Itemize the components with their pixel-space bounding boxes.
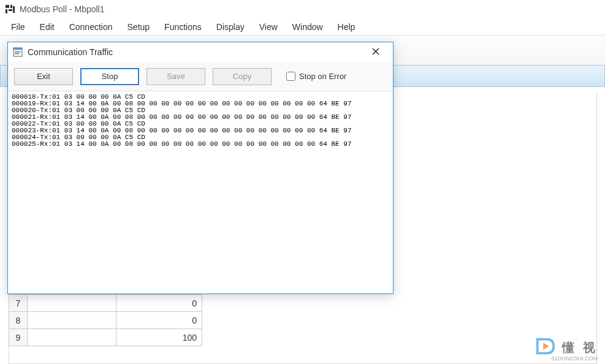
watermark: 懂 视 51DONGSHI.COM bbox=[534, 335, 598, 360]
row-index: 8 bbox=[9, 312, 28, 329]
table-row[interactable]: 7 0 bbox=[9, 295, 202, 312]
app-icon bbox=[5, 4, 16, 15]
menu-view[interactable]: View bbox=[252, 20, 285, 34]
cell-register bbox=[28, 312, 116, 329]
cell-value: 0 bbox=[116, 312, 202, 329]
menu-setup[interactable]: Setup bbox=[120, 20, 158, 34]
menu-functions[interactable]: Functions bbox=[157, 20, 209, 34]
app-title: Modbus Poll - Mbpoll1 bbox=[20, 4, 105, 14]
cell-register bbox=[28, 329, 116, 346]
dialog-titlebar[interactable]: Communication Traffic bbox=[8, 42, 393, 62]
menu-file[interactable]: File bbox=[4, 20, 32, 34]
app-titlebar: Modbus Poll - Mbpoll1 bbox=[0, 0, 605, 18]
cell-register bbox=[28, 295, 116, 312]
svg-rect-1 bbox=[10, 5, 12, 8]
menu-help[interactable]: Help bbox=[330, 20, 363, 34]
close-button[interactable] bbox=[363, 44, 388, 61]
dialog-toolbar: Exit Stop Save Copy Stop on Error bbox=[8, 62, 393, 91]
save-button: Save bbox=[146, 68, 205, 85]
row-index: 9 bbox=[9, 329, 28, 346]
menu-window[interactable]: Window bbox=[285, 20, 330, 34]
data-table: 7 0 8 0 9 100 bbox=[9, 294, 202, 346]
stop-button[interactable]: Stop bbox=[80, 68, 139, 85]
svg-marker-11 bbox=[544, 343, 550, 349]
traffic-log[interactable]: 000018-Tx:01 03 00 00 00 0A C5 CD 000019… bbox=[8, 91, 393, 294]
svg-rect-8 bbox=[15, 53, 19, 55]
exit-button[interactable]: Exit bbox=[14, 68, 73, 85]
communication-traffic-dialog: Communication Traffic Exit Stop Save Cop… bbox=[7, 42, 394, 294]
watermark-subtext: 51DONGSHI.COM bbox=[551, 355, 598, 362]
menu-edit[interactable]: Edit bbox=[32, 20, 62, 34]
svg-rect-6 bbox=[13, 48, 22, 50]
svg-rect-3 bbox=[9, 9, 12, 11]
watermark-text: 懂 视 bbox=[562, 339, 598, 356]
table-row[interactable]: 9 100 bbox=[9, 329, 202, 346]
stop-on-error-checkbox[interactable]: Stop on Error bbox=[286, 72, 346, 81]
svg-rect-2 bbox=[6, 9, 7, 13]
svg-rect-4 bbox=[13, 6, 15, 13]
stop-on-error-input[interactable] bbox=[286, 72, 295, 81]
dialog-title: Communication Traffic bbox=[28, 47, 113, 57]
stop-on-error-label: Stop on Error bbox=[299, 72, 346, 81]
row-index: 7 bbox=[9, 295, 28, 312]
dialog-icon bbox=[13, 47, 23, 57]
table-row[interactable]: 8 0 bbox=[9, 312, 202, 329]
copy-button: Copy bbox=[213, 68, 272, 85]
menu-connection[interactable]: Connection bbox=[62, 20, 120, 34]
menubar: File Edit Connection Setup Functions Dis… bbox=[0, 18, 605, 36]
cell-value: 0 bbox=[116, 295, 202, 312]
close-icon bbox=[372, 47, 379, 58]
svg-rect-7 bbox=[15, 51, 21, 53]
menu-display[interactable]: Display bbox=[209, 20, 252, 34]
cell-value: 100 bbox=[116, 329, 202, 346]
svg-rect-0 bbox=[6, 5, 9, 8]
